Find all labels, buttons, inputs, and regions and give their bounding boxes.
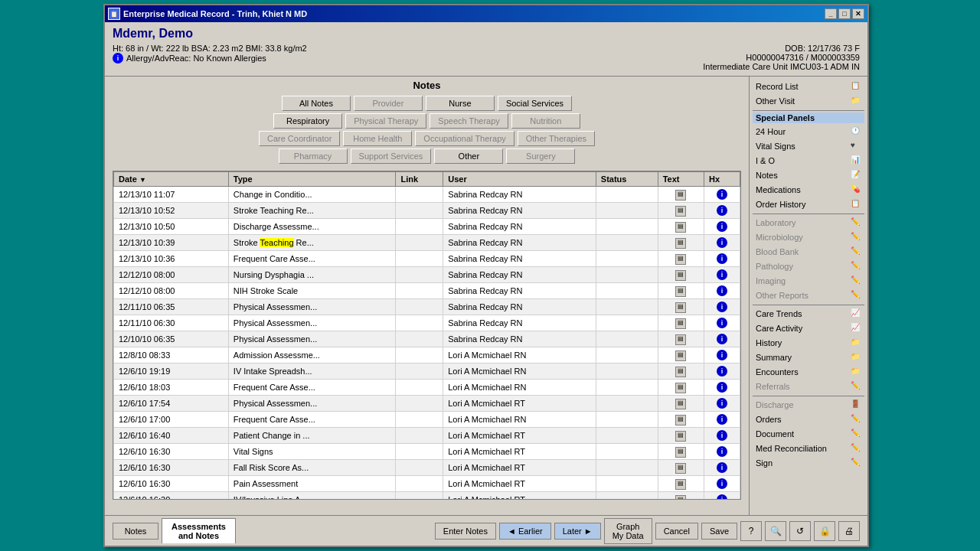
table-row[interactable]: 12/13/10 10:52Stroke Teaching Re...Sabri… — [114, 203, 740, 219]
all-notes-btn[interactable]: All Notes — [282, 96, 351, 111]
sidebar-label-blood-bank: Blood Bank — [756, 247, 851, 256]
other-btn[interactable]: Other — [434, 148, 503, 164]
sidebar-item-care-activity[interactable]: Care Activity 📈 — [753, 321, 864, 336]
table-row[interactable]: 12/6/10 16:30Fall Risk Score As...Lori A… — [114, 460, 740, 476]
sidebar-item-24hour[interactable]: 24 Hour 🕐 — [753, 125, 864, 139]
table-row[interactable]: 12/6/10 18:03Frequent Care Asse...Lori A… — [114, 380, 740, 396]
sidebar-item-io[interactable]: I & O 📊 — [753, 154, 864, 168]
sidebar-item-encounters[interactable]: Encounters 📁 — [753, 365, 864, 380]
lock-icon-button[interactable]: 🔒 — [814, 521, 835, 541]
table-row[interactable]: 12/13/10 11:07Change in Conditio...Sabri… — [114, 187, 740, 203]
sidebar-item-pathology[interactable]: Pathology ✏️ — [753, 259, 864, 274]
sidebar-item-orders[interactable]: Orders ✏️ — [753, 412, 864, 427]
table-row[interactable]: 12/12/10 08:00Nursing Dysphagia ...Sabri… — [114, 267, 740, 283]
sidebar-item-order-history[interactable]: Order History 📋 — [753, 197, 864, 212]
care-coordinator-btn[interactable]: Care Coordinator — [259, 131, 340, 146]
respiratory-btn[interactable]: Respiratory — [273, 113, 342, 129]
nurse-btn[interactable]: Nurse — [426, 96, 495, 111]
surgery-btn[interactable]: Surgery — [506, 148, 575, 164]
graph-my-data-button[interactable]: GraphMy Data — [604, 518, 652, 544]
care-trends-icon: 📈 — [851, 308, 861, 319]
table-row[interactable]: 12/10/10 06:35Physical Assessmen...Sabri… — [114, 331, 740, 347]
table-row[interactable]: 12/8/10 08:33Admission Assessme...Lori A… — [114, 347, 740, 364]
other-therapies-btn[interactable]: Other Therapies — [518, 131, 595, 146]
support-services-btn[interactable]: Support Services — [351, 148, 432, 164]
sidebar-item-other-reports[interactable]: Other Reports ✏️ — [753, 289, 864, 303]
sidebar-label-care-activity: Care Activity — [756, 324, 851, 333]
sidebar-item-imaging[interactable]: Imaging ✏️ — [753, 274, 864, 289]
24hour-icon: 🕐 — [851, 126, 861, 137]
sidebar-item-vital-signs[interactable]: Vital Signs ♥ — [753, 139, 864, 154]
table-row[interactable]: 12/6/10 17:00Frequent Care Asse...Lori A… — [114, 412, 740, 428]
tab-assessments-and-notes[interactable]: Assessmentsand Notes — [162, 518, 236, 543]
col-status[interactable]: Status — [596, 172, 658, 187]
print-icon-button[interactable]: 🖨 — [838, 521, 860, 541]
sidebar-item-microbiology[interactable]: Microbiology ✏️ — [753, 230, 864, 245]
sidebar-item-other-visit[interactable]: Other Visit 📁 — [753, 94, 864, 109]
refresh-icon-button[interactable]: ↺ — [789, 521, 811, 541]
sidebar-label-sign: Sign — [756, 458, 851, 468]
sidebar-item-medications[interactable]: Medications 💊 — [753, 183, 864, 197]
table-row[interactable]: 12/6/10 16:30Pain AssessmentLori A Mcmic… — [114, 476, 740, 492]
btn-row-2: Respiratory Physical Therapy Speech Ther… — [113, 113, 741, 129]
sidebar-item-laboratory[interactable]: Laboratory ✏️ — [753, 216, 864, 230]
col-hx[interactable]: Hx — [704, 172, 740, 187]
speech-therapy-btn[interactable]: Speech Therapy — [430, 113, 508, 129]
table-row[interactable]: 12/12/10 08:00NIH Stroke ScaleSabrina Re… — [114, 283, 740, 299]
col-type[interactable]: Type — [228, 172, 396, 187]
sidebar-item-referrals[interactable]: Referrals ✏️ — [753, 380, 864, 394]
maximize-button[interactable]: □ — [838, 8, 851, 19]
search-icon-button[interactable]: 🔍 — [765, 521, 786, 541]
sidebar-item-history[interactable]: History 📁 — [753, 336, 864, 350]
document-icon: ✏️ — [851, 429, 861, 439]
minimize-button[interactable]: _ — [825, 8, 837, 19]
col-date[interactable]: Date ▼ — [114, 172, 229, 187]
sidebar-item-document[interactable]: Document ✏️ — [753, 427, 864, 442]
laboratory-icon: ✏️ — [851, 217, 861, 228]
earlier-button[interactable]: ◄ Earlier — [499, 523, 551, 540]
social-services-btn[interactable]: Social Services — [498, 96, 572, 111]
pharmacy-btn[interactable]: Pharmacy — [279, 148, 348, 164]
occupational-therapy-btn[interactable]: Occupational Therapy — [415, 131, 514, 146]
main-window: 📋 Enterprise Medical Record - Trinh, Khi… — [103, 4, 869, 547]
sidebar-label-other-visit: Other Visit — [756, 96, 851, 106]
provider-btn[interactable]: Provider — [354, 96, 423, 111]
notes-table-container[interactable]: Date ▼ Type Link User Status Text Hx 12/… — [113, 171, 741, 500]
table-row[interactable]: 12/6/10 17:54Physical Assessmen...Lori A… — [114, 396, 740, 412]
table-row[interactable]: 12/13/10 10:36Frequent Care Asse...Sabri… — [114, 251, 740, 267]
table-row[interactable]: 12/13/10 10:39Stroke Teaching Re...Sabri… — [114, 235, 740, 251]
later-button[interactable]: Later ► — [554, 523, 601, 540]
col-link[interactable]: Link — [396, 172, 443, 187]
table-row[interactable]: 12/6/10 16:30IV/Invasive Line A...Lori A… — [114, 492, 740, 500]
table-row[interactable]: 12/13/10 10:50Discharge Assessme...Sabri… — [114, 219, 740, 235]
table-row[interactable]: 12/6/10 16:40Patient Change in ...Lori A… — [114, 428, 740, 444]
sidebar-item-med-reconciliation[interactable]: Med Reconciliation ✏️ — [753, 442, 864, 456]
sidebar-item-notes[interactable]: Notes 📝 — [753, 168, 864, 183]
sidebar-item-blood-bank[interactable]: Blood Bank ✏️ — [753, 245, 864, 259]
sidebar-item-sign[interactable]: Sign ✏️ — [753, 456, 864, 471]
enter-notes-button[interactable]: Enter Notes — [435, 523, 496, 540]
table-row[interactable]: 12/11/10 06:35Physical Assessmen...Sabri… — [114, 299, 740, 315]
nutrition-btn[interactable]: Nutrition — [511, 113, 580, 129]
save-button[interactable]: Save — [701, 523, 737, 540]
physical-therapy-btn[interactable]: Physical Therapy — [345, 113, 426, 129]
summary-icon: 📁 — [851, 352, 861, 363]
sidebar-label-med-reconciliation: Med Reconciliation — [756, 444, 851, 453]
cancel-button[interactable]: Cancel — [655, 523, 698, 540]
sidebar-divider-4 — [753, 396, 864, 396]
home-health-btn[interactable]: Home Health — [343, 131, 412, 146]
close-button[interactable]: ✕ — [852, 8, 864, 19]
table-row[interactable]: 12/6/10 16:30Vital SignsLori A Mcmichael… — [114, 444, 740, 460]
sidebar-item-record-list[interactable]: Record List 📋 — [753, 80, 864, 94]
help-icon-button[interactable]: ? — [740, 521, 762, 541]
table-row[interactable]: 12/11/10 06:30Physical Assessmen...Sabri… — [114, 315, 740, 331]
sidebar-item-care-trends[interactable]: Care Trends 📈 — [753, 307, 864, 321]
col-text[interactable]: Text — [658, 172, 704, 187]
sidebar-item-summary[interactable]: Summary 📁 — [753, 350, 864, 365]
btn-row-3: Care Coordinator Home Health Occupationa… — [113, 131, 741, 146]
sidebar-item-discharge[interactable]: Discharge 🚪 — [753, 398, 864, 412]
table-row[interactable]: 12/6/10 19:19IV Intake Spreadsh...Lori A… — [114, 364, 740, 380]
patient-info-right: DOB: 12/17/36 73 F H00000047316 / M00000… — [703, 44, 860, 71]
col-user[interactable]: User — [443, 172, 596, 187]
tab-notes[interactable]: Notes — [113, 523, 158, 540]
